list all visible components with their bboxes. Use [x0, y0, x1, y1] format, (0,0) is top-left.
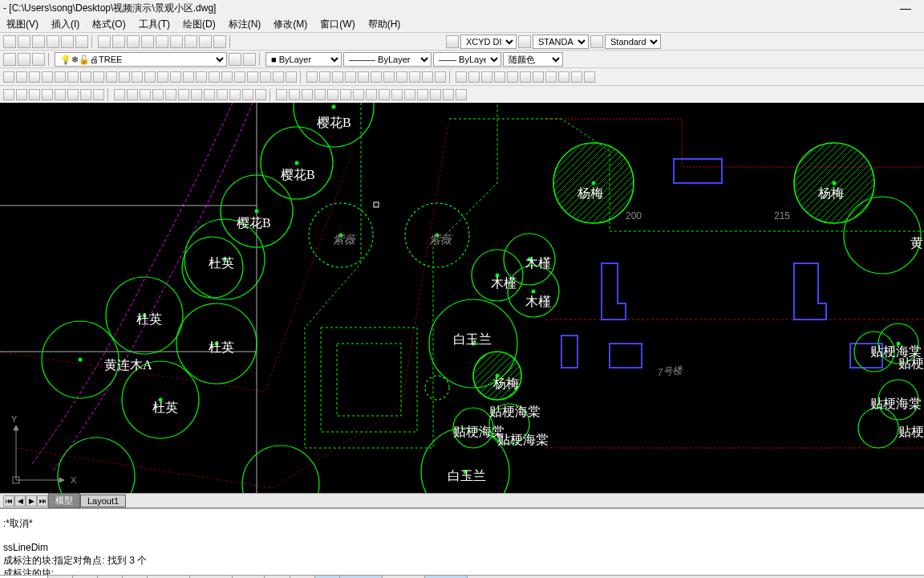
mod-break-icon[interactable]: [234, 71, 245, 83]
tool-btn-3[interactable]: [32, 35, 45, 48]
dim-ord-icon[interactable]: [409, 71, 420, 83]
layer-state-icon[interactable]: [243, 53, 256, 66]
ex-26[interactable]: [340, 89, 351, 100]
mod-mirror-icon[interactable]: [119, 71, 130, 83]
dist-icon[interactable]: [533, 71, 544, 83]
menu-help[interactable]: 帮助(H): [365, 16, 404, 33]
misc-icon-3[interactable]: [584, 71, 595, 83]
drawing-canvas[interactable]: 樱花B 樱花B 樱花B 杜英 杜英 杜英 杜英 黄连木A 杨梅 杨梅 杨梅 木槿…: [0, 103, 924, 493]
mod-scale-icon[interactable]: [183, 71, 194, 83]
ex-29[interactable]: [379, 89, 390, 100]
tool-btn-4[interactable]: [47, 35, 59, 48]
linetype-select[interactable]: ——— ByLayer: [343, 52, 432, 67]
layer-btn-1[interactable]: [3, 53, 16, 66]
dimstyle-select[interactable]: XCYD DIM: [460, 35, 517, 49]
menu-insert[interactable]: 插入(I): [48, 16, 83, 33]
ex-11[interactable]: [140, 89, 151, 100]
tool-btn-9[interactable]: [127, 35, 140, 48]
mod-fillet-icon[interactable]: [273, 71, 284, 83]
dim-angular-icon[interactable]: [358, 71, 369, 83]
ex-30[interactable]: [391, 89, 403, 100]
menu-tools[interactable]: 工具(T): [136, 16, 173, 33]
cad-viewport[interactable]: 樱花B 樱花B 樱花B 杜英 杜英 杜英 杜英 黄连木A 杨梅 杨梅 杨梅 木槿…: [0, 103, 924, 493]
ex-20[interactable]: [255, 89, 266, 100]
dimstyle-icon[interactable]: [446, 35, 459, 48]
tool-btn-12[interactable]: [170, 35, 183, 48]
misc-icon-2[interactable]: [571, 71, 582, 83]
tablestyle-icon[interactable]: [590, 35, 603, 48]
tab-prev[interactable]: ◀: [14, 495, 26, 507]
mod-pline-icon[interactable]: [16, 71, 27, 83]
layer-manager-icon[interactable]: [18, 53, 30, 66]
mod-line-icon[interactable]: [3, 71, 14, 83]
textstyle-select[interactable]: STANDARD: [533, 35, 589, 49]
layer-match-icon[interactable]: [229, 53, 241, 66]
ex-23[interactable]: [302, 89, 313, 100]
dim-leader-icon[interactable]: [396, 71, 407, 83]
ex-16[interactable]: [204, 89, 215, 100]
mod-rect-icon[interactable]: [55, 71, 66, 83]
tool-btn-13[interactable]: [184, 35, 197, 48]
tool-btn-6[interactable]: [75, 35, 88, 48]
mod-hatch-icon[interactable]: [93, 71, 104, 83]
mod-arc-icon[interactable]: [29, 71, 40, 83]
block-edit-icon[interactable]: [481, 71, 492, 83]
minimize-button[interactable]: —: [900, 2, 911, 14]
tool-btn-5[interactable]: [61, 35, 74, 48]
ex-2[interactable]: [16, 89, 27, 100]
ex-27[interactable]: [353, 89, 364, 100]
ex-3[interactable]: [29, 89, 40, 100]
ex-22[interactable]: [289, 89, 300, 100]
ex-34[interactable]: [443, 89, 454, 100]
ex-4[interactable]: [42, 89, 53, 100]
block-attr-icon[interactable]: [494, 71, 505, 83]
ex-25[interactable]: [327, 89, 338, 100]
textstyle-icon[interactable]: [518, 35, 531, 48]
misc-icon-1[interactable]: [558, 71, 569, 83]
ex-31[interactable]: [404, 89, 415, 100]
command-line[interactable]: :*取消* ssLineDim 成标注的块:指定对角点: 找到 3 个 成标注的…: [0, 507, 924, 575]
tab-next[interactable]: ▶: [26, 495, 37, 507]
list-icon[interactable]: [545, 71, 557, 83]
menu-draw[interactable]: 绘图(D): [180, 16, 219, 33]
mod-circle-icon[interactable]: [42, 71, 53, 83]
ex-15[interactable]: [191, 89, 202, 100]
ex-19[interactable]: [242, 89, 253, 100]
area-icon[interactable]: [520, 71, 531, 83]
dim-baseline-icon[interactable]: [383, 71, 395, 83]
menu-dim[interactable]: 标注(N): [225, 16, 265, 33]
menu-format[interactable]: 格式(O): [89, 16, 128, 33]
ex-12[interactable]: [152, 89, 164, 100]
ex-8[interactable]: [93, 89, 104, 100]
tab-layout1[interactable]: Layout1: [80, 495, 126, 507]
mod-poly-icon[interactable]: [67, 71, 79, 83]
tab-last[interactable]: ⏭: [37, 495, 48, 507]
menu-view[interactable]: 视图(V): [3, 16, 42, 33]
tool-btn-10[interactable]: [141, 35, 154, 48]
ex-18[interactable]: [229, 89, 241, 100]
mod-copy-icon[interactable]: [106, 71, 117, 83]
layer-prev-icon[interactable]: [32, 53, 45, 66]
plotstyle-select[interactable]: 随颜色: [503, 52, 563, 67]
dim-radius-icon[interactable]: [332, 71, 343, 83]
tool-btn-8[interactable]: [112, 35, 125, 48]
dim-linear-icon[interactable]: [306, 71, 318, 83]
layer-select[interactable]: 💡❄🔓🖨TREE: [55, 52, 227, 67]
dim-diameter-icon[interactable]: [345, 71, 356, 83]
ex-10[interactable]: [127, 89, 138, 100]
ex-1[interactable]: [3, 89, 14, 100]
mod-array-icon[interactable]: [144, 71, 156, 83]
tab-model[interactable]: 模型: [48, 493, 80, 508]
tablestyle-select[interactable]: Standard: [605, 35, 661, 49]
ex-32[interactable]: [417, 89, 428, 100]
mod-trim-icon[interactable]: [209, 71, 220, 83]
tab-first[interactable]: ⏮: [3, 495, 14, 507]
tool-btn-1[interactable]: [3, 35, 16, 48]
tool-btn-7[interactable]: [98, 35, 111, 48]
ex-6[interactable]: [67, 89, 79, 100]
color-select[interactable]: ■ ByLayer: [265, 52, 342, 67]
ex-17[interactable]: [217, 89, 228, 100]
ex-9[interactable]: [114, 89, 125, 100]
block-make-icon[interactable]: [456, 71, 467, 83]
lineweight-select[interactable]: —— ByLayer: [433, 52, 501, 67]
